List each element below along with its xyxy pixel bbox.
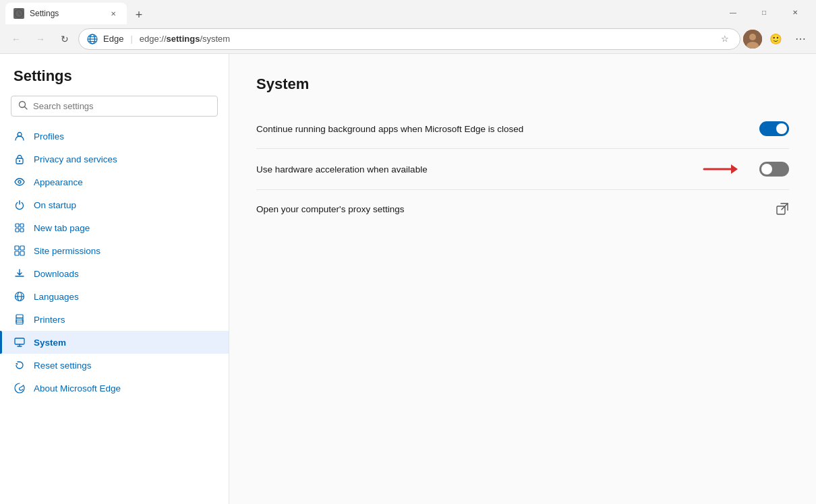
monitor-icon (13, 336, 26, 348)
svg-rect-20 (20, 246, 24, 250)
hardware-acceleration-control (703, 161, 789, 177)
background-apps-control (759, 121, 789, 136)
sidebar-item-profiles-label: Profiles (34, 131, 64, 141)
more-tools-button[interactable]: ⋯ (789, 28, 811, 50)
svg-rect-26 (16, 315, 23, 318)
sidebar-item-reset-label: Reset settings (34, 360, 92, 371)
hardware-acceleration-row: Use hardware acceleration when available (256, 149, 789, 190)
content-area: System Continue running background apps … (229, 54, 816, 504)
sidebar-item-on-startup[interactable]: On startup (0, 193, 229, 216)
sidebar-item-privacy-label: Privacy and services (34, 154, 117, 164)
sidebar-item-new-tab-label: New tab page (34, 223, 90, 233)
sidebar-item-startup-label: On startup (34, 200, 76, 210)
hardware-acceleration-toggle[interactable] (759, 162, 789, 177)
power-icon (13, 199, 26, 211)
sidebar-nav: Profiles Privacy and services (0, 125, 229, 400)
background-apps-row: Continue running background apps when Mi… (256, 109, 789, 149)
edge-icon (13, 382, 26, 394)
address-bar[interactable]: Edge | edge://settings/system ☆ (78, 28, 740, 50)
tab-strip: Settings ✕ + (5, 0, 715, 24)
eye-icon (13, 176, 26, 188)
proxy-settings-label: Open your computer's proxy settings (256, 204, 776, 214)
new-tab-button[interactable]: + (129, 5, 148, 24)
tab-title: Settings (30, 9, 59, 18)
svg-rect-19 (15, 246, 19, 250)
window-controls: — □ ✕ (718, 1, 811, 23)
download-icon (13, 267, 26, 280)
sidebar-item-about-label: About Microsoft Edge (34, 383, 121, 393)
settings-tab[interactable]: Settings ✕ (5, 3, 127, 24)
sidebar-item-languages-label: Languages (34, 292, 79, 302)
svg-rect-16 (20, 224, 24, 227)
sidebar-item-downloads[interactable]: Downloads (0, 262, 229, 285)
proxy-settings-row: Open your computer's proxy settings (256, 190, 789, 228)
address-separator: | (130, 34, 132, 44)
external-link-icon[interactable] (776, 202, 789, 216)
sidebar-item-printers-label: Printers (34, 315, 65, 325)
svg-line-10 (25, 107, 28, 110)
search-settings-input[interactable] (33, 101, 210, 111)
proxy-settings-control (776, 202, 789, 216)
languages-icon (13, 290, 26, 303)
svg-point-13 (19, 160, 20, 162)
sidebar-item-appearance-label: Appearance (34, 177, 83, 187)
svg-rect-21 (15, 251, 19, 255)
profile-avatar[interactable] (743, 30, 762, 49)
svg-rect-18 (20, 228, 24, 232)
minimize-button[interactable]: — (718, 1, 749, 23)
toggle-thumb (761, 164, 772, 175)
person-icon (13, 130, 26, 142)
sidebar-item-about[interactable]: About Microsoft Edge (0, 377, 229, 400)
sidebar-item-site-permissions-label: Site permissions (34, 246, 100, 256)
lock-icon (13, 153, 26, 165)
sidebar-item-appearance[interactable]: Appearance (0, 170, 229, 193)
tab-favicon (13, 8, 24, 19)
printer-icon (13, 313, 26, 325)
search-icon (18, 100, 28, 112)
toolbar: ← → ↻ Edge | edge://settings/system ☆ (0, 24, 816, 54)
close-button[interactable]: ✕ (780, 1, 811, 23)
refresh-button[interactable]: ↻ (54, 28, 76, 50)
sidebar-item-reset[interactable]: Reset settings (0, 354, 229, 377)
browser-name: Edge (103, 34, 123, 44)
sidebar-item-system-label: System (34, 338, 66, 348)
sidebar-item-system[interactable]: System (0, 331, 229, 354)
toggle-thumb (776, 123, 787, 134)
svg-rect-22 (20, 251, 24, 255)
sidebar-item-languages[interactable]: Languages (0, 285, 229, 308)
page-title: System (256, 75, 789, 93)
back-button[interactable]: ← (5, 28, 27, 50)
site-permissions-icon (13, 245, 26, 257)
sidebar-title: Settings (0, 67, 229, 96)
toolbar-right: 🙂 ⋯ (743, 28, 811, 50)
grid-icon (13, 222, 26, 234)
emoji-button[interactable]: 🙂 (765, 28, 786, 50)
titlebar: Settings ✕ + — □ ✕ (0, 0, 816, 24)
sidebar-item-site-permissions[interactable]: Site permissions (0, 239, 229, 262)
sidebar-item-printers[interactable]: Printers (0, 308, 229, 331)
forward-button[interactable]: → (30, 28, 51, 50)
svg-point-28 (22, 319, 23, 321)
tab-close-button[interactable]: ✕ (108, 8, 119, 19)
sidebar-item-profiles[interactable]: Profiles (0, 125, 229, 148)
svg-point-14 (18, 181, 21, 183)
sidebar-item-new-tab[interactable]: New tab page (0, 216, 229, 239)
arrow-indicator (703, 161, 743, 177)
address-globe-icon (87, 34, 98, 44)
background-apps-toggle[interactable] (759, 121, 789, 136)
hardware-acceleration-label: Use hardware acceleration when available (256, 164, 703, 175)
sidebar-item-privacy[interactable]: Privacy and services (0, 148, 229, 170)
svg-rect-15 (16, 224, 19, 227)
address-text: edge://settings/system (140, 34, 713, 44)
favorites-star-icon[interactable]: ☆ (718, 32, 732, 46)
svg-point-7 (749, 34, 756, 40)
search-box[interactable] (11, 96, 218, 117)
sidebar: Settings Profiles (0, 54, 229, 504)
svg-rect-17 (16, 228, 19, 232)
svg-rect-29 (15, 338, 24, 344)
background-apps-label: Continue running background apps when Mi… (256, 124, 759, 134)
reset-icon (13, 359, 26, 371)
sidebar-item-downloads-label: Downloads (34, 269, 79, 279)
main-layout: Settings Profiles (0, 54, 816, 504)
maximize-button[interactable]: □ (749, 1, 780, 23)
